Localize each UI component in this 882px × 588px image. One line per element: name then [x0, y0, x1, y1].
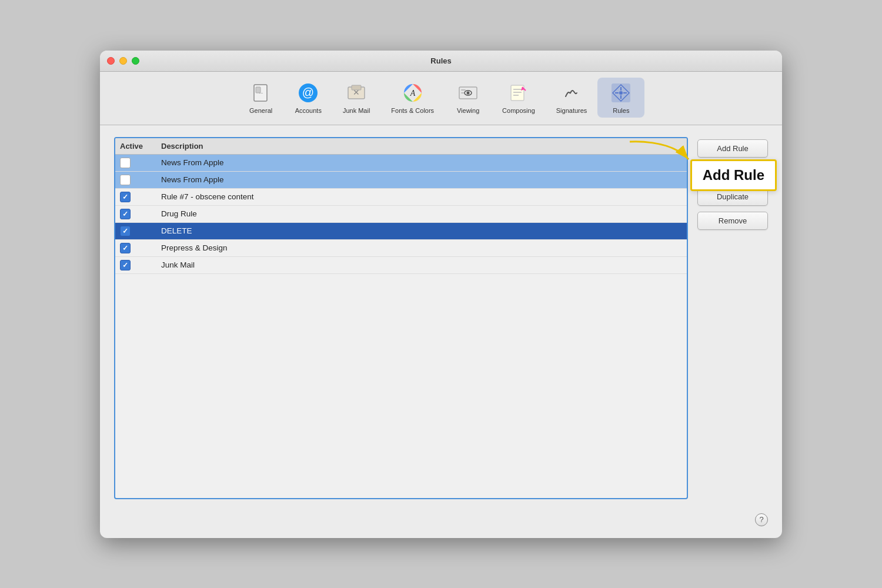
window-title: Rules: [430, 56, 451, 65]
side-buttons: Add Rule Edit Duplicate Remove: [697, 137, 768, 499]
traffic-lights: [107, 57, 139, 65]
svg-text:...: ...: [259, 89, 263, 95]
toolbar-item-accounts[interactable]: @ Accounts: [285, 78, 332, 118]
composing-icon: [507, 81, 530, 105]
help-area: ?: [100, 513, 782, 538]
general-icon: ...: [249, 81, 273, 105]
add-rule-button[interactable]: Add Rule: [697, 139, 768, 158]
row-desc-2: News From Apple: [161, 175, 682, 184]
table-row[interactable]: Junk Mail: [115, 257, 687, 274]
viewing-label: Viewing: [457, 107, 479, 114]
minimize-button[interactable]: [119, 57, 127, 65]
junk-mail-label: Junk Mail: [343, 107, 370, 114]
checkbox-cell-4: [120, 209, 161, 219]
table-row[interactable]: News From Apple: [115, 172, 687, 189]
checkbox-1[interactable]: [120, 158, 131, 168]
accounts-label: Accounts: [295, 107, 322, 114]
junk-mail-icon: ✕: [345, 81, 368, 105]
col-desc-header: Description: [161, 142, 682, 151]
toolbar-item-fonts-colors[interactable]: A Fonts & Colors: [380, 78, 445, 118]
table-body: News From Apple News From Apple Rule #7 …: [115, 155, 687, 498]
row-desc-7: Junk Mail: [161, 260, 682, 269]
checkbox-7[interactable]: [120, 260, 131, 270]
maximize-button[interactable]: [132, 57, 139, 65]
fonts-colors-label: Fonts & Colors: [391, 107, 434, 114]
col-active-header: Active: [120, 142, 161, 151]
svg-point-12: [467, 91, 470, 94]
content-area: Active Description News From Apple News …: [100, 125, 782, 513]
table-row[interactable]: Prepress & Design: [115, 240, 687, 257]
toolbar-item-viewing[interactable]: Viewing: [445, 78, 492, 118]
rules-label: Rules: [613, 107, 629, 114]
close-button[interactable]: [107, 57, 115, 65]
checkbox-5[interactable]: [120, 226, 131, 236]
table-row[interactable]: Rule #7 - obscene content: [115, 189, 687, 206]
row-desc-4: Drug Rule: [161, 209, 682, 218]
general-label: General: [249, 107, 272, 114]
row-desc-3: Rule #7 - obscene content: [161, 192, 682, 201]
checkbox-2[interactable]: [120, 175, 131, 185]
table-header: Active Description: [115, 138, 687, 155]
svg-rect-14: [461, 92, 464, 93]
fonts-colors-icon: A: [401, 81, 425, 105]
rules-icon: [609, 81, 633, 105]
checkbox-4[interactable]: [120, 209, 131, 219]
toolbar: ... General @ Accounts ✕ Ju: [100, 72, 782, 125]
toolbar-item-general[interactable]: ... General: [238, 78, 285, 118]
row-desc-5: DELETE: [161, 226, 682, 235]
table-row[interactable]: Drug Rule: [115, 206, 687, 223]
toolbar-item-composing[interactable]: Composing: [492, 78, 546, 118]
toolbar-item-junk-mail[interactable]: ✕ Junk Mail: [332, 78, 380, 118]
svg-rect-7: [352, 85, 361, 90]
checkbox-6[interactable]: [120, 243, 131, 253]
rules-table: Active Description News From Apple News …: [114, 137, 688, 499]
svg-text:A: A: [409, 89, 415, 98]
tooltip-label: Add Rule: [703, 167, 764, 183]
checkbox-3[interactable]: [120, 192, 131, 202]
titlebar: Rules: [100, 51, 782, 72]
main-window: Rules ... General @ Accounts: [100, 51, 782, 538]
help-button[interactable]: ?: [755, 513, 768, 526]
row-desc-6: Prepress & Design: [161, 243, 682, 252]
arrow-svg: [624, 136, 700, 183]
toolbar-item-rules[interactable]: Rules: [597, 78, 644, 118]
table-row-selected[interactable]: DELETE: [115, 223, 687, 240]
svg-point-27: [619, 91, 623, 95]
checkbox-cell-2: [120, 175, 161, 185]
checkbox-cell-3: [120, 192, 161, 202]
checkbox-cell-7: [120, 260, 161, 270]
signatures-label: Signatures: [556, 107, 587, 114]
svg-text:@: @: [302, 86, 314, 99]
toolbar-item-signatures[interactable]: Signatures: [546, 78, 598, 118]
accounts-icon: @: [296, 81, 320, 105]
checkbox-cell-5: [120, 226, 161, 236]
signatures-icon: [560, 81, 583, 105]
tooltip-box: Add Rule: [690, 159, 777, 191]
viewing-icon: [456, 81, 480, 105]
checkbox-cell-6: [120, 243, 161, 253]
svg-rect-13: [461, 89, 466, 91]
table-row[interactable]: News From Apple: [115, 155, 687, 172]
row-desc-1: News From Apple: [161, 158, 682, 167]
remove-button[interactable]: Remove: [697, 212, 768, 230]
checkbox-cell-1: [120, 158, 161, 168]
composing-label: Composing: [502, 107, 535, 114]
